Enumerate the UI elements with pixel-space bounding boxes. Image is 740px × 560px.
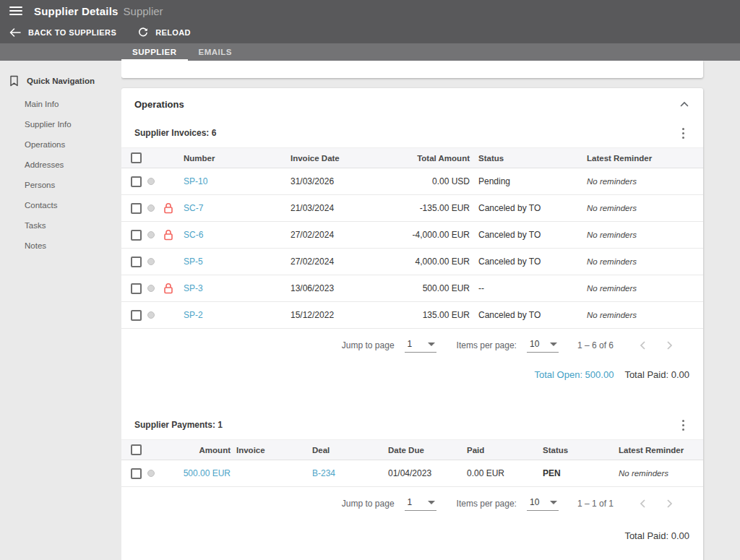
- sidebar-item-operations[interactable]: Operations: [0, 134, 121, 155]
- previous-page-button[interactable]: [634, 496, 651, 511]
- tab-emails[interactable]: EMAILS: [188, 43, 243, 61]
- invoice-number-link[interactable]: SP-3: [184, 283, 203, 293]
- invoice-number-link[interactable]: SC-7: [184, 203, 203, 213]
- back-arrow-icon: [9, 28, 21, 37]
- status-cell: Canceled by TO: [470, 310, 578, 320]
- column-deal: Deal: [306, 446, 382, 455]
- reload-button[interactable]: RELOAD: [138, 27, 191, 38]
- column-latest-reminder: Latest Reminder: [610, 446, 703, 455]
- row-checkbox[interactable]: [131, 283, 142, 294]
- menu-icon[interactable]: [9, 7, 22, 15]
- items-per-page-select[interactable]: 10: [527, 338, 559, 353]
- status-cell: Pending: [470, 176, 578, 186]
- latest-reminder-cell: No reminders: [578, 284, 703, 293]
- jump-to-page-select[interactable]: 1: [405, 338, 436, 353]
- chevron-down-icon: [428, 343, 435, 346]
- row-checkbox[interactable]: [131, 230, 142, 241]
- row-checkbox[interactable]: [131, 257, 142, 267]
- row-checkbox[interactable]: [131, 468, 142, 479]
- invoices-caption: Supplier Invoices: 6: [121, 119, 703, 147]
- collapse-section-button[interactable]: [680, 101, 689, 107]
- latest-reminder-cell: No reminders: [578, 311, 703, 319]
- column-status: Status: [470, 154, 578, 163]
- payments-more-options-icon[interactable]: [678, 418, 689, 433]
- sidebar-item-supplier-info[interactable]: Supplier Info: [0, 114, 121, 134]
- invoices-count-label: Supplier Invoices: 6: [134, 128, 216, 138]
- quick-navigation-header: Quick Navigation: [0, 68, 121, 94]
- invoice-date-cell: 31/03/2026: [291, 176, 367, 186]
- sidebar-item-main-info[interactable]: Main Info: [0, 94, 121, 114]
- action-bar: BACK TO SUPPLIERS RELOAD: [0, 22, 740, 43]
- invoices-more-options-icon[interactable]: [678, 126, 689, 141]
- invoice-row-sp-3: SP-3 13/06/2023 500.00 EUR -- No reminde…: [121, 275, 703, 302]
- invoice-number-link[interactable]: SC-6: [184, 230, 203, 240]
- sidebar-item-tasks[interactable]: Tasks: [0, 215, 121, 236]
- app-root: Supplier Details Supplier BACK TO SUPPLI…: [0, 0, 740, 560]
- total-amount-cell: -135.00 EUR: [367, 203, 470, 213]
- tab-supplier[interactable]: SUPPLIER: [121, 43, 188, 61]
- row-checkbox[interactable]: [131, 203, 142, 214]
- next-page-button[interactable]: [661, 496, 679, 511]
- items-per-page-label: Items per page:: [457, 340, 517, 350]
- title-bar: Supplier Details Supplier: [0, 0, 740, 22]
- jump-to-page-label: Jump to page: [342, 499, 395, 509]
- invoices-select-all-checkbox[interactable]: [131, 152, 142, 163]
- row-checkbox[interactable]: [131, 310, 142, 321]
- latest-reminder-cell: No reminders: [578, 204, 703, 212]
- page-title: Supplier Details: [34, 5, 119, 17]
- invoice-row-sc-7: SC-7 21/03/2024 -135.00 EUR Canceled by …: [121, 195, 703, 222]
- operations-title: Operations: [134, 99, 184, 110]
- latest-reminder-cell: No reminders: [610, 469, 703, 478]
- items-per-page-select[interactable]: 10: [527, 496, 559, 511]
- lock-icon: [163, 283, 173, 294]
- sidebar-item-addresses[interactable]: Addresses: [0, 155, 121, 175]
- invoice-date-cell: 21/03/2024: [291, 203, 367, 213]
- invoice-row-sc-6: SC-6 27/02/2024 -4,000.00 EUR Canceled b…: [121, 222, 703, 249]
- items-per-page-label: Items per page:: [457, 499, 517, 509]
- column-number: Number: [184, 154, 291, 163]
- sidebar-item-contacts[interactable]: Contacts: [0, 195, 121, 215]
- sidebar-item-notes[interactable]: Notes: [0, 236, 121, 256]
- next-page-button[interactable]: [661, 338, 679, 353]
- invoice-number-link[interactable]: SP-5: [184, 257, 203, 267]
- previous-page-button[interactable]: [634, 338, 651, 353]
- payments-select-all-checkbox[interactable]: [131, 444, 142, 455]
- sidebar-item-persons[interactable]: Persons: [0, 175, 121, 195]
- page-subtitle: Supplier: [124, 5, 163, 17]
- invoice-number-link[interactable]: SP-2: [184, 310, 203, 320]
- status-dot-icon: [147, 231, 155, 238]
- status-cell: Canceled by TO: [470, 230, 578, 240]
- deal-link[interactable]: B-234: [312, 468, 335, 478]
- chevron-up-icon: [680, 101, 689, 107]
- latest-reminder-cell: No reminders: [578, 257, 703, 266]
- chevron-down-icon: [550, 343, 557, 346]
- jump-to-page-select[interactable]: 1: [405, 496, 436, 511]
- main-area: Quick Navigation Main Info Supplier Info…: [0, 61, 740, 560]
- invoice-number-link[interactable]: SP-10: [184, 176, 207, 186]
- invoices-table-body: SP-10 31/03/2026 0.00 USD Pending No rem…: [121, 168, 703, 329]
- column-total-amount: Total Amount: [367, 154, 470, 163]
- bookmark-icon: [9, 75, 19, 87]
- payment-amount-link[interactable]: 500.00 EUR: [184, 468, 231, 478]
- operations-card: Operations Supplier Invoices: 6: [121, 88, 703, 560]
- total-amount-cell: 500.00 EUR: [367, 283, 470, 293]
- invoice-date-cell: 27/02/2024: [291, 230, 367, 240]
- lock-icon: [163, 202, 173, 214]
- date-due-cell: 01/04/2023: [382, 468, 458, 478]
- payments-count-label: Supplier Payments: 1: [134, 420, 223, 430]
- total-amount-cell: -4,000.00 EUR: [367, 230, 470, 240]
- column-invoice-date: Invoice Date: [291, 154, 367, 163]
- total-amount-cell: 4,000.00 EUR: [367, 257, 470, 267]
- content-area: Operations Supplier Invoices: 6: [121, 61, 740, 560]
- status-cell: --: [470, 283, 578, 293]
- operations-header: Operations: [121, 88, 703, 119]
- previous-card-bottom: [121, 61, 703, 78]
- column-status: Status: [534, 446, 610, 455]
- row-checkbox[interactable]: [131, 176, 142, 187]
- back-to-suppliers-button[interactable]: BACK TO SUPPLIERS: [9, 28, 116, 37]
- invoices-pagination: Jump to page 1 Items per page: 10 1 – 6 …: [121, 329, 703, 362]
- latest-reminder-cell: No reminders: [578, 177, 703, 186]
- total-amount-cell: 135.00 EUR: [367, 310, 470, 320]
- status-dot-icon: [147, 204, 155, 212]
- quick-navigation-list: Main Info Supplier Info Operations Addre…: [0, 94, 121, 256]
